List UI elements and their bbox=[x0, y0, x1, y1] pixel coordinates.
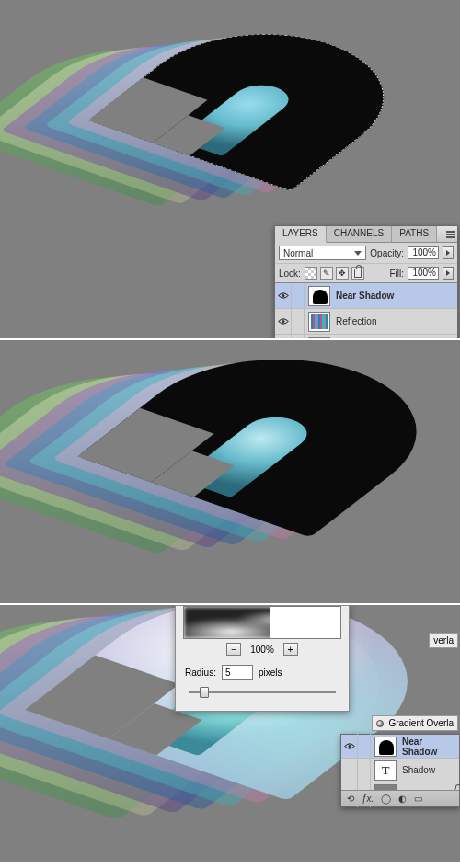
panel-tabs: LAYERS CHANNELS PATHS bbox=[275, 226, 457, 243]
effect-dot-icon bbox=[376, 720, 384, 727]
panel-footer: ⟲ ƒx. ◯ ◐ ▭ bbox=[341, 790, 459, 806]
layer-name[interactable]: Shadow bbox=[400, 765, 459, 775]
zoom-percent: 100% bbox=[250, 645, 274, 655]
group-button[interactable]: ▭ bbox=[414, 794, 422, 804]
layer-name[interactable]: Reflection bbox=[334, 316, 457, 326]
layer-row[interactable]: Reflection bbox=[275, 309, 457, 335]
lock-icon bbox=[354, 269, 362, 278]
layers-panel-mini: Near Shadow T Shadow Background ⟲ ƒx. ◯ … bbox=[340, 734, 460, 807]
layer-row[interactable]: Near Shadow bbox=[275, 283, 457, 309]
fx-button[interactable]: ƒx. bbox=[362, 794, 374, 804]
canvas-step-2 bbox=[0, 340, 460, 605]
layer-thumbnail[interactable] bbox=[308, 312, 330, 332]
zoom-in-button[interactable]: + bbox=[283, 643, 298, 656]
tab-paths[interactable]: PATHS bbox=[392, 226, 437, 242]
slider-handle[interactable] bbox=[200, 687, 209, 698]
mask-button[interactable]: ◯ bbox=[381, 794, 391, 804]
layer-name[interactable]: Near Shadow bbox=[334, 291, 457, 301]
effect-label-truncated[interactable]: verla bbox=[429, 633, 458, 648]
radius-input[interactable] bbox=[222, 665, 253, 680]
effect-label-gradient-overlay[interactable]: Gradient Overla bbox=[372, 715, 458, 731]
canvas-step-1: LAYERS CHANNELS PATHS Normal Opacity: 10… bbox=[0, 0, 460, 340]
radius-row: Radius: pixels bbox=[176, 659, 349, 685]
link-layers-button[interactable]: ⟲ bbox=[347, 794, 354, 804]
lock-all-button[interactable] bbox=[351, 267, 364, 280]
opacity-label: Opacity: bbox=[370, 248, 404, 258]
layer-thumbnail[interactable] bbox=[308, 286, 330, 306]
radius-unit: pixels bbox=[259, 668, 282, 678]
link-column[interactable] bbox=[358, 758, 371, 783]
radius-label: Radius: bbox=[185, 668, 216, 678]
layer-name[interactable]: Near Shadow bbox=[400, 737, 459, 757]
opacity-input[interactable]: 100% bbox=[408, 246, 439, 259]
triangle-right-icon bbox=[446, 250, 450, 256]
blend-opacity-row: Normal Opacity: 100% bbox=[275, 243, 457, 264]
svg-point-3 bbox=[348, 745, 351, 748]
radius-slider[interactable] bbox=[189, 685, 336, 700]
lock-image-button[interactable]: ✎ bbox=[320, 267, 333, 280]
panel-menu-button[interactable] bbox=[443, 226, 457, 242]
zoom-out-button[interactable]: − bbox=[226, 643, 241, 656]
visibility-toggle[interactable] bbox=[341, 758, 358, 783]
lock-buttons: ✎ ✥ bbox=[305, 267, 364, 280]
zoom-row: − 100% + bbox=[176, 639, 349, 659]
lock-position-button[interactable]: ✥ bbox=[336, 267, 349, 280]
opacity-flyout[interactable] bbox=[443, 246, 454, 259]
gaussian-blur-dialog: − 100% + Radius: pixels bbox=[175, 605, 350, 712]
blend-mode-select[interactable]: Normal bbox=[279, 246, 366, 260]
svg-point-1 bbox=[282, 320, 284, 323]
fill-input[interactable]: 100% bbox=[408, 267, 439, 280]
visibility-toggle[interactable] bbox=[341, 734, 358, 760]
link-column[interactable] bbox=[358, 734, 371, 760]
effect-text: Gradient Overla bbox=[388, 718, 454, 728]
layer-list: Near Shadow Reflection T Text ƒx bbox=[275, 283, 457, 340]
blur-preview-image bbox=[184, 607, 340, 638]
visibility-toggle[interactable] bbox=[275, 309, 292, 335]
chevron-down-icon bbox=[354, 251, 362, 256]
link-column[interactable] bbox=[292, 283, 305, 309]
tab-channels[interactable]: CHANNELS bbox=[327, 226, 392, 242]
layer-thumbnail[interactable]: T bbox=[374, 760, 397, 781]
blur-preview bbox=[183, 606, 341, 639]
svg-point-0 bbox=[282, 294, 284, 297]
lock-label: Lock: bbox=[279, 268, 301, 279]
tab-layers[interactable]: LAYERS bbox=[275, 226, 327, 243]
canvas-step-3: − 100% + Radius: pixels verla Gradient O… bbox=[0, 605, 460, 862]
layer-row[interactable]: T Shadow bbox=[341, 759, 459, 782]
lock-fill-row: Lock: ✎ ✥ Fill: 100% bbox=[275, 264, 457, 283]
fill-label: Fill: bbox=[389, 268, 404, 279]
lock-transparency-button[interactable] bbox=[305, 267, 317, 280]
triangle-right-icon bbox=[446, 270, 450, 276]
link-column[interactable] bbox=[292, 309, 305, 335]
visibility-toggle[interactable] bbox=[275, 283, 292, 309]
adjustment-button[interactable]: ◐ bbox=[398, 794, 407, 804]
menu-icon bbox=[446, 231, 455, 238]
slider-track bbox=[189, 691, 336, 693]
blend-mode-value: Normal bbox=[283, 248, 313, 258]
layers-panel: LAYERS CHANNELS PATHS Normal Opacity: 10… bbox=[274, 225, 458, 340]
layer-row[interactable]: Near Shadow bbox=[341, 735, 459, 759]
fill-flyout[interactable] bbox=[443, 267, 454, 280]
layer-thumbnail[interactable] bbox=[374, 737, 397, 757]
